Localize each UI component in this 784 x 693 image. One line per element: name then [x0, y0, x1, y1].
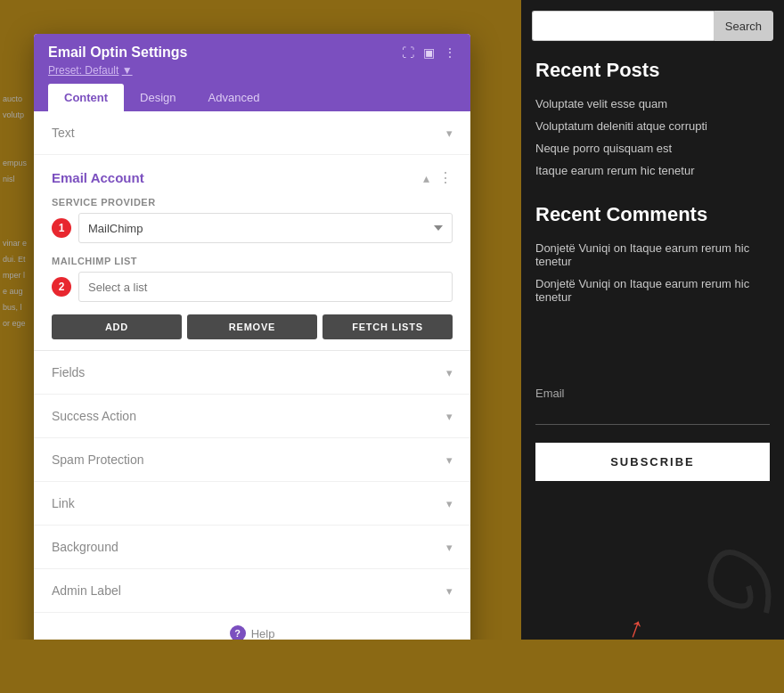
modal-body: Text ▾ Email Account ▴ ⋮ Service Provide… [34, 111, 470, 650]
chevron-up-icon[interactable]: ▴ [423, 171, 429, 185]
section-success-action-label: Success Action [52, 409, 136, 423]
sidebar-icon[interactable]: ▣ [423, 45, 435, 60]
mailchimp-list-row: 2 [52, 272, 453, 302]
more-icon[interactable]: ⋮ [444, 45, 456, 60]
modal-header-icons: ⛶ ▣ ⋮ [402, 45, 456, 60]
section-spam-protection-label: Spam Protection [52, 452, 144, 467]
recent-comment-item[interactable]: Donjetë Vuniqi on Itaque earum rerum hic… [535, 237, 770, 273]
chevron-down-icon: ▾ [446, 126, 453, 140]
search-button[interactable]: Search [714, 11, 773, 41]
modal-header: Email Optin Settings ⛶ ▣ ⋮ Preset: Defau… [34, 34, 470, 111]
search-input[interactable] [532, 11, 714, 41]
recent-posts-title: Recent Posts [535, 59, 770, 82]
section-link[interactable]: Link ▾ [34, 482, 470, 526]
recent-post-item[interactable]: Neque porro quisquam est [535, 137, 770, 159]
section-text-label: Text [52, 126, 75, 140]
service-provider-label: Service Provider [52, 197, 453, 208]
section-email-account: Email Account ▴ ⋮ Service Provider 1 Mai… [34, 155, 470, 351]
recent-posts-widget: Recent Posts Voluptate velit esse quam V… [521, 52, 784, 196]
service-provider-select[interactable]: MailChimp AWeber GetResponse Campaign Mo… [78, 213, 453, 243]
chevron-down-icon: ▾ [446, 497, 453, 510]
email-field-section: Email [521, 376, 784, 443]
recent-comment-item[interactable]: Donjetë Vuniqi on Itaque earum rerum hic… [535, 273, 770, 308]
email-account-header: Email Account ▴ ⋮ [34, 155, 470, 197]
modal-tabs: Content Design Advanced [48, 84, 456, 111]
chevron-down-icon: ▾ [446, 584, 453, 598]
service-provider-row: 1 MailChimp AWeber GetResponse Campaign … [52, 213, 453, 243]
mailchimp-list-label: MailChimp List [52, 256, 453, 266]
email-underline [535, 404, 770, 425]
step-2-badge: 2 [52, 277, 71, 297]
action-buttons: ADD REMOVE FETCH LISTS [52, 314, 453, 339]
section-admin-label[interactable]: Admin Label ▾ [34, 569, 470, 613]
decorative-swirl [695, 533, 784, 622]
email-subscribe-section: Email SUBSCRIBE [521, 376, 784, 481]
section-text[interactable]: Text ▾ [34, 111, 470, 155]
section-background[interactable]: Background ▾ [34, 526, 470, 569]
remove-button[interactable]: REMOVE [187, 314, 317, 339]
section-link-label: Link [52, 496, 75, 510]
email-account-title: Email Account [52, 170, 144, 185]
section-spam-protection[interactable]: Spam Protection ▾ [34, 438, 470, 482]
service-provider-section: Service Provider 1 MailChimp AWeber GetR… [34, 197, 470, 339]
expand-icon[interactable]: ⛶ [402, 45, 414, 60]
background-left-text: auctovolutpempusnislvinar edui. Etmper l… [0, 89, 34, 333]
chevron-down-icon: ▾ [446, 366, 453, 379]
recent-post-item[interactable]: Voluptatum deleniti atque corrupti [535, 115, 770, 137]
help-label: Help [251, 627, 275, 640]
chevron-down-icon: ▾ [446, 410, 453, 423]
chevron-down-icon: ▾ [446, 541, 453, 554]
tab-design[interactable]: Design [124, 84, 192, 111]
section-background-label: Background [52, 540, 118, 554]
tab-content[interactable]: Content [48, 84, 124, 111]
section-success-action[interactable]: Success Action ▾ [34, 395, 470, 438]
email-optin-settings-modal: Email Optin Settings ⛶ ▣ ⋮ Preset: Defau… [34, 34, 470, 693]
chevron-down-icon: ▾ [446, 453, 453, 467]
section-fields-label: Fields [52, 365, 85, 379]
mailchimp-list-select[interactable] [78, 272, 453, 302]
email-label: Email [535, 387, 770, 400]
modal-title: Email Optin Settings [48, 45, 187, 61]
step-1-badge: 1 [52, 218, 71, 238]
email-account-icons: ▴ ⋮ [423, 169, 453, 186]
recent-post-item[interactable]: Itaque earum rerum hic tenetur [535, 159, 770, 182]
email-account-more-icon[interactable]: ⋮ [438, 169, 453, 186]
modal-preset[interactable]: Preset: Default ▼ [48, 64, 456, 77]
right-sidebar-panel: Search Recent Posts Voluptate velit esse… [521, 0, 784, 693]
tab-advanced[interactable]: Advanced [192, 84, 276, 111]
section-fields[interactable]: Fields ▾ [34, 351, 470, 395]
brown-bottom-bar [0, 640, 784, 693]
fetch-lists-button[interactable]: FETCH LISTS [323, 314, 453, 339]
search-bar: Search [521, 0, 784, 52]
subscribe-button[interactable]: SUBSCRIBE [535, 443, 770, 481]
recent-comments-widget: Recent Comments Donjetë Vuniqi on Itaque… [521, 196, 784, 322]
add-button[interactable]: ADD [52, 314, 182, 339]
recent-comments-title: Recent Comments [535, 203, 770, 226]
section-admin-label-label: Admin Label [52, 583, 121, 598]
recent-post-item[interactable]: Voluptate velit esse quam [535, 93, 770, 115]
